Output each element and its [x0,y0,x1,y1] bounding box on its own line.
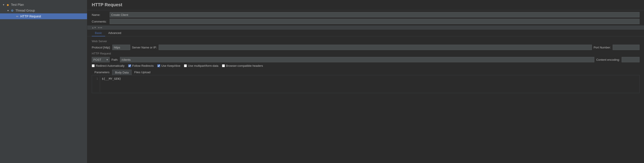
thread-group-icon: ⚙ [10,8,14,12]
test-plan-icon: ◆ [6,3,10,7]
sub-tab-files-upload[interactable]: Files Upload [132,70,153,75]
follow-redirects-checkbox[interactable] [128,64,131,67]
redirect-auto-label: Redirect Automatically [96,64,125,67]
name-input[interactable] [110,12,640,17]
use-keepalive-checkbox[interactable] [157,64,160,67]
sidebar-item-label-http-request: HTTP Request [20,14,41,18]
sub-tabs-bar: Parameters Body Data Files Upload [92,70,640,75]
sidebar-item-http-request[interactable]: ✏ HTTP Request [0,13,87,19]
tree-arrow-test-plan: ▼ [2,3,5,6]
browser-headers-label: Browser-compatible headers [226,64,263,67]
method-select-wrapper: POST GET PUT DELETE PATCH HEAD OPTIONS ▼ [92,57,110,62]
http-request-row: POST GET PUT DELETE PATCH HEAD OPTIONS ▼… [92,57,640,62]
protocol-input[interactable] [112,45,130,50]
tabs-bar: Basic Advanced [87,30,644,36]
sub-tab-parameters[interactable]: Parameters [92,70,112,75]
main-header: HTTP Request [87,0,644,10]
use-keepalive-label: Use KeepAlive [161,64,180,67]
port-input[interactable] [613,45,640,50]
checkbox-use-multipart[interactable]: Use multipart/form-data [184,64,218,67]
checkbox-use-keepalive[interactable]: Use KeepAlive [157,64,180,67]
checkbox-follow-redirects[interactable]: Follow Redirects [128,64,154,67]
sidebar: ▼ ◆ Test Plan ▼ ⚙ Thread Group ✏ HTTP Re… [0,0,87,163]
checkboxes-row: Redirect Automatically Follow Redirects … [92,64,640,67]
resize-bar: ▲▼ ••• [87,25,644,30]
tree-arrow-thread-group: ▼ [6,9,10,12]
sidebar-item-label-thread-group: Thread Group [16,9,35,12]
main-panel: HTTP Request Name: Comments: ▲▼ ••• Basi… [87,0,644,163]
server-label: Server Name or IP: [132,46,157,49]
path-label: Path: [112,58,118,61]
sidebar-item-thread-group[interactable]: ▼ ⚙ Thread Group [0,7,87,13]
method-select[interactable]: POST GET PUT DELETE PATCH HEAD OPTIONS [92,57,110,62]
page-title: HTTP Request [92,2,640,7]
sidebar-item-label-test-plan: Test Plan [11,3,24,6]
web-server-section-title: Web Server [92,39,640,43]
sidebar-item-test-plan[interactable]: ▼ ◆ Test Plan [0,2,87,7]
line-numbers: 1 [92,76,100,92]
port-label: Port Number: [594,46,611,49]
body-content: ${__MY_GEN} [100,76,639,92]
use-multipart-checkbox[interactable] [184,64,187,67]
tab-advanced[interactable]: Advanced [105,30,124,36]
content-area: Web Server Protocol [http]: Server Name … [87,36,644,163]
name-row: Name: [87,10,644,17]
name-label: Name: [92,13,110,16]
resize-dots: ••• [98,26,103,29]
encoding-label: Content encoding: [596,58,620,61]
body-data-area: 1 ${__MY_GEN} [92,75,640,93]
browser-headers-checkbox[interactable] [222,64,225,67]
web-server-row: Protocol [http]: Server Name or IP: Port… [92,45,640,50]
tab-basic[interactable]: Basic [92,30,105,36]
resize-arrows-icon: ▲▼ [92,26,96,29]
follow-redirects-label: Follow Redirects [132,64,154,67]
comments-label: Comments: [92,20,110,23]
comments-input[interactable] [110,19,640,24]
body-data-text: ${__MY_GEN} [102,77,121,80]
comments-row: Comments: [87,19,644,24]
checkbox-browser-headers[interactable]: Browser-compatible headers [222,64,263,67]
line-number-1: 1 [96,77,98,80]
protocol-label: Protocol [http]: [92,46,110,49]
use-multipart-label: Use multipart/form-data [188,64,218,67]
encoding-input[interactable] [622,57,640,62]
checkbox-redirect-auto[interactable]: Redirect Automatically [92,64,125,67]
sub-tab-body-data[interactable]: Body Data [112,70,132,75]
http-request-icon: ✏ [15,14,19,18]
http-request-section-title: HTTP Request [92,52,640,55]
server-input[interactable] [159,45,592,50]
path-input[interactable] [120,57,594,62]
redirect-auto-checkbox[interactable] [92,64,95,67]
